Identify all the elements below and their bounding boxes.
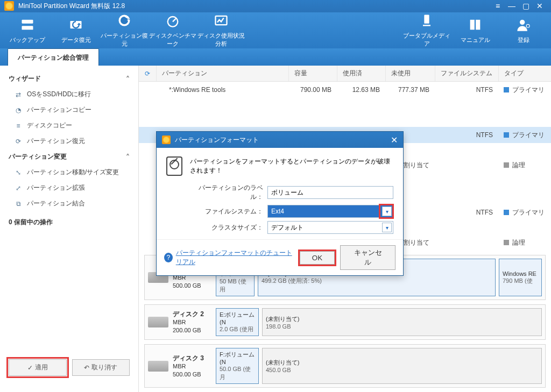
dialog-title: パーティションフォーマット (175, 136, 259, 145)
dialog-form: パーティションのラベル： ボリューム ファイルシステム： Ext4 ▾ クラスタ… (166, 183, 393, 234)
dialog-app-icon (162, 136, 171, 144)
dropdown-arrow-icon[interactable]: ▾ (382, 223, 392, 232)
dialog-footer: ?パーティションフォーマットのチュートリアル OK キャンセル (157, 239, 403, 275)
dialog-titlebar: パーティションフォーマット ✕ (157, 132, 403, 148)
help-link[interactable]: ?パーティションフォーマットのチュートリアル (164, 248, 294, 267)
filesystem-select[interactable]: Ext4 ▾ (267, 205, 393, 218)
dialog-body: パーティションをフォーマットするとパーティションのデータが破壊されます！ パーテ… (157, 148, 403, 239)
help-icon: ? (164, 253, 173, 262)
warning-disk-icon (166, 156, 182, 176)
dialog-warning: パーティションをフォーマットするとパーティションのデータが破壊されます！ (166, 156, 393, 176)
label-filesystem: ファイルシステム： (193, 207, 263, 216)
label-partition-label: パーティションのラベル： (193, 183, 263, 202)
format-dialog: パーティションフォーマット ✕ パーティションをフォーマットするとパーティション… (156, 131, 404, 276)
label-cluster-size: クラスタサイズ： (193, 223, 263, 232)
ok-button[interactable]: OK (300, 251, 335, 265)
dropdown-arrow-icon[interactable]: ▾ (382, 206, 392, 216)
partition-label-input[interactable]: ボリューム (267, 186, 393, 199)
cluster-size-select[interactable]: デフォルト ▾ (267, 221, 393, 234)
cancel-button[interactable]: キャンセル (340, 245, 395, 270)
dialog-mask: パーティションフォーマット ✕ パーティションをフォーマットするとパーティション… (0, 0, 551, 392)
dialog-close-button[interactable]: ✕ (391, 135, 398, 145)
warning-text: パーティションをフォーマットするとパーティションのデータが破壊されます！ (190, 157, 393, 175)
